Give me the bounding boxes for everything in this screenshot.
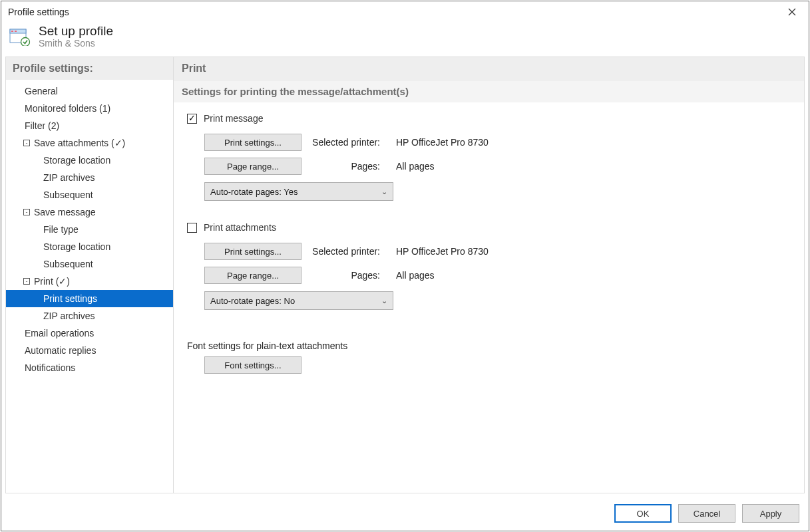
header: Set up profile Smith & Sons <box>1 21 809 57</box>
cancel-button[interactable]: Cancel <box>678 504 735 523</box>
selected-printer-label: Selected printer: <box>302 137 385 148</box>
print-message-label: Print message <box>204 113 263 124</box>
apply-button[interactable]: Apply <box>742 504 799 523</box>
auto-rotate-select-2[interactable]: Auto-rotate pages: No ⌄ <box>204 291 393 310</box>
print-attachments-section: Print attachments Print settings... Sele… <box>187 222 791 310</box>
content-body: ✓ Print message Print settings... Select… <box>174 102 804 374</box>
window-title: Profile settings <box>8 7 69 17</box>
content-heading: Print <box>174 57 804 80</box>
print-attachments-label: Print attachments <box>204 222 276 233</box>
font-settings-button[interactable]: Font settings... <box>204 356 302 374</box>
sidebar: Profile settings: General Monitored fold… <box>6 57 174 493</box>
sidebar-item-automatic-replies[interactable]: Automatic replies <box>6 342 173 359</box>
font-section-label: Font settings for plain-text attachments <box>187 340 791 351</box>
sidebar-item-label: File type <box>43 224 79 235</box>
sidebar-item-zip-archives[interactable]: ZIP archives <box>6 169 173 186</box>
selected-printer-label-2: Selected printer: <box>302 246 385 257</box>
sidebar-item-label: Print (✓) <box>34 276 70 287</box>
page-range-button-2[interactable]: Page range... <box>204 267 302 284</box>
sidebar-item-label: Subsequent <box>43 190 93 200</box>
svg-point-6 <box>21 37 30 46</box>
close-icon <box>788 8 796 16</box>
pages-value-2: All pages <box>396 270 435 281</box>
profile-icon <box>9 27 31 46</box>
sidebar-item-label: Storage location <box>43 241 110 252</box>
sidebar-item-storage-location-2[interactable]: Storage location <box>6 238 173 255</box>
chevron-down-icon: ⌄ <box>381 297 387 305</box>
sidebar-item-subsequent[interactable]: Subsequent <box>6 186 173 203</box>
window: Profile settings Set up profile Smith & … <box>1 1 809 531</box>
sidebar-item-label: General <box>25 86 58 96</box>
tree: General Monitored folders (1) Filter (2)… <box>6 80 173 379</box>
sidebar-item-label: Save message <box>34 207 96 217</box>
sidebar-item-filter[interactable]: Filter (2) <box>6 117 173 134</box>
sidebar-item-general[interactable]: General <box>6 82 173 100</box>
sidebar-item-label: ZIP archives <box>43 311 95 321</box>
sidebar-item-label: Save attachments (✓) <box>34 138 125 148</box>
sidebar-item-storage-location[interactable]: Storage location <box>6 152 173 169</box>
footer: OK Cancel Apply <box>1 497 809 531</box>
content-subheading: Settings for printing the message/attach… <box>174 80 804 102</box>
sidebar-item-label: Filter (2) <box>25 120 59 131</box>
sidebar-item-subsequent-2[interactable]: Subsequent <box>6 255 173 273</box>
sidebar-item-zip-archives-2[interactable]: ZIP archives <box>6 307 173 325</box>
sidebar-item-label: Notifications <box>25 362 75 373</box>
content: Print Settings for printing the message/… <box>174 57 804 493</box>
svg-rect-4 <box>11 31 13 32</box>
sidebar-item-label: Automatic replies <box>25 345 96 356</box>
sidebar-item-label: ZIP archives <box>43 172 95 183</box>
sidebar-item-label: Print settings <box>43 293 97 304</box>
sidebar-item-file-type[interactable]: File type <box>6 221 173 238</box>
collapse-icon[interactable]: - <box>23 209 30 215</box>
selected-printer-value-2: HP OfficeJet Pro 8730 <box>396 246 489 257</box>
sidebar-item-monitored-folders[interactable]: Monitored folders (1) <box>6 100 173 117</box>
pages-label-2: Pages: <box>302 270 385 281</box>
svg-rect-5 <box>15 31 17 32</box>
close-button[interactable] <box>781 4 803 20</box>
pages-value: All pages <box>396 161 435 172</box>
body: Profile settings: General Monitored fold… <box>5 57 805 493</box>
ok-button[interactable]: OK <box>614 504 672 523</box>
sidebar-item-email-operations[interactable]: Email operations <box>6 325 173 342</box>
sidebar-item-print-settings[interactable]: Print settings <box>6 290 173 307</box>
page-range-button[interactable]: Page range... <box>204 158 302 175</box>
font-section: Font settings for plain-text attachments… <box>187 340 791 374</box>
titlebar: Profile settings <box>1 1 809 21</box>
sidebar-item-save-attachments[interactable]: -Save attachments (✓) <box>6 134 173 152</box>
header-title: Set up profile <box>39 24 113 39</box>
print-message-section: ✓ Print message Print settings... Select… <box>187 113 791 201</box>
print-settings-button-2[interactable]: Print settings... <box>204 243 302 260</box>
sidebar-item-label: Monitored folders (1) <box>25 103 110 114</box>
sidebar-item-label: Subsequent <box>43 259 93 269</box>
print-settings-button[interactable]: Print settings... <box>204 134 302 151</box>
sidebar-item-label: Storage location <box>43 155 110 166</box>
header-subtitle: Smith & Sons <box>39 38 113 49</box>
sidebar-heading: Profile settings: <box>6 57 173 80</box>
auto-rotate-value-2: Auto-rotate pages: No <box>210 296 295 306</box>
auto-rotate-select[interactable]: Auto-rotate pages: Yes ⌄ <box>204 182 393 201</box>
sidebar-item-print[interactable]: -Print (✓) <box>6 273 173 290</box>
sidebar-item-label: Email operations <box>25 328 94 338</box>
auto-rotate-value: Auto-rotate pages: Yes <box>210 187 298 197</box>
print-message-checkbox[interactable]: ✓ <box>187 114 197 124</box>
collapse-icon[interactable]: - <box>23 140 30 146</box>
print-attachments-checkbox[interactable] <box>187 223 197 233</box>
sidebar-item-save-message[interactable]: -Save message <box>6 203 173 221</box>
sidebar-item-notifications[interactable]: Notifications <box>6 359 173 376</box>
collapse-icon[interactable]: - <box>23 278 30 285</box>
selected-printer-value: HP OfficeJet Pro 8730 <box>396 137 489 148</box>
chevron-down-icon: ⌄ <box>381 188 387 196</box>
pages-label: Pages: <box>302 161 385 172</box>
